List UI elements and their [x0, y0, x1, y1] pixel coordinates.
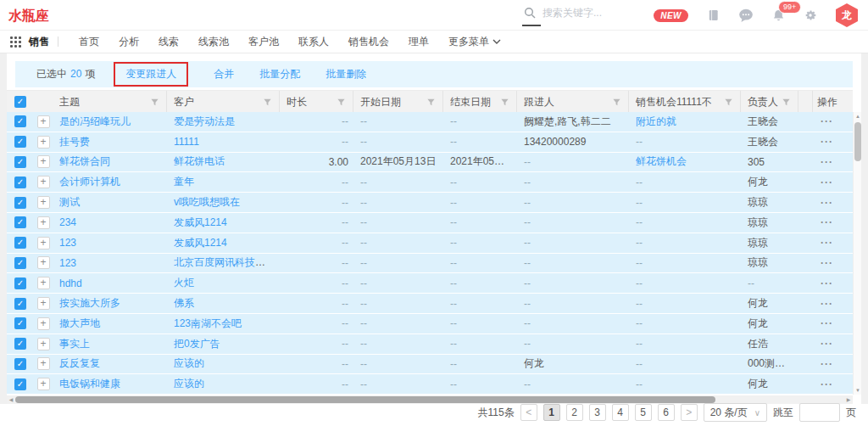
row-checkbox[interactable]: ✓: [14, 156, 26, 168]
subject-link[interactable]: 会计师计算机: [59, 176, 120, 188]
column-header[interactable]: 负责人: [741, 91, 798, 113]
filter-icon[interactable]: [150, 98, 159, 107]
page-button-4[interactable]: 4: [612, 404, 629, 421]
nav-menu-sales[interactable]: 销售: [29, 35, 49, 49]
row-actions-button[interactable]: ···: [817, 277, 833, 289]
row-actions-button[interactable]: ···: [817, 298, 833, 310]
row-checkbox[interactable]: ✓: [14, 136, 26, 148]
customer-link[interactable]: 发威风1214: [174, 216, 227, 228]
row-actions-button[interactable]: ···: [817, 317, 833, 329]
row-checkbox[interactable]: ✓: [14, 338, 26, 350]
expand-row-button[interactable]: +: [37, 338, 50, 350]
expand-row-button[interactable]: +: [37, 277, 50, 289]
message-icon[interactable]: [738, 8, 754, 23]
row-checkbox[interactable]: ✓: [14, 197, 26, 209]
row-actions-button[interactable]: ···: [817, 216, 833, 228]
row-actions-button[interactable]: ···: [817, 338, 833, 350]
page-size-select[interactable]: 20 条/页 ∨: [704, 403, 767, 422]
customer-link[interactable]: 鲜花饼电话: [174, 155, 225, 167]
filter-icon[interactable]: [263, 98, 272, 107]
nav-item[interactable]: 销售机会: [348, 35, 409, 49]
row-checkbox[interactable]: ✓: [14, 317, 26, 329]
customer-link[interactable]: 火炬: [174, 277, 194, 289]
column-header[interactable]: 时长: [280, 91, 353, 113]
row-checkbox[interactable]: ✓: [14, 216, 26, 228]
notifications-button[interactable]: 99+: [772, 8, 785, 22]
subject-link[interactable]: 鲜花饼合同: [59, 155, 110, 167]
page-button-5[interactable]: 5: [635, 404, 652, 421]
expand-row-button[interactable]: +: [37, 297, 50, 310]
expand-row-button[interactable]: +: [37, 317, 50, 330]
prev-page-button[interactable]: <: [520, 404, 537, 421]
vertical-scroll-thumb[interactable]: [854, 122, 861, 161]
search-input[interactable]: [542, 7, 661, 19]
expand-row-button[interactable]: +: [37, 256, 50, 269]
filter-icon[interactable]: [612, 98, 621, 107]
row-actions-button[interactable]: ···: [817, 237, 833, 249]
app-grid-icon[interactable]: [10, 36, 21, 48]
nav-more-menu[interactable]: 更多菜单: [448, 35, 501, 49]
row-actions-button[interactable]: ···: [817, 136, 833, 148]
column-header[interactable]: 开始日期: [353, 91, 443, 113]
jump-page-input[interactable]: [799, 403, 840, 422]
column-header[interactable]: 结束日期: [443, 91, 517, 113]
expand-row-button[interactable]: +: [37, 196, 50, 209]
user-avatar[interactable]: 龙: [836, 3, 858, 27]
subject-link[interactable]: 撒大声地: [59, 317, 100, 329]
expand-row-button[interactable]: +: [37, 155, 50, 168]
expand-row-button[interactable]: +: [37, 357, 50, 370]
bulk-action-button[interactable]: 批量分配: [259, 67, 300, 81]
select-all-checkbox[interactable]: ✓: [14, 96, 26, 108]
row-checkbox[interactable]: ✓: [14, 115, 26, 127]
expand-row-button[interactable]: +: [37, 216, 50, 229]
filter-icon[interactable]: [337, 98, 346, 107]
customer-link[interactable]: 应该的: [174, 357, 204, 369]
filter-icon[interactable]: [500, 98, 509, 107]
subject-link[interactable]: 电饭锅和健康: [59, 378, 120, 390]
customer-link[interactable]: 123南湖不会吧: [174, 317, 242, 329]
subject-link[interactable]: 234: [59, 216, 76, 228]
column-header[interactable]: 主题: [53, 91, 167, 113]
row-actions-button[interactable]: ···: [817, 378, 833, 390]
nav-item[interactable]: 分析: [119, 35, 159, 49]
customer-link[interactable]: 11111: [174, 136, 199, 148]
next-page-button[interactable]: >: [681, 404, 698, 421]
bulk-action-button[interactable]: 变更跟进人: [114, 62, 188, 87]
subject-link[interactable]: 按实施大所多: [59, 297, 120, 309]
expand-row-button[interactable]: +: [37, 115, 50, 128]
nav-item[interactable]: 联系人: [298, 35, 348, 49]
customer-link[interactable]: v哦吃哦想哦在: [174, 196, 240, 208]
filter-icon[interactable]: [426, 98, 436, 107]
nav-item[interactable]: 理单: [409, 35, 448, 49]
row-actions-button[interactable]: ···: [817, 115, 833, 127]
customer-link[interactable]: 佛系: [174, 297, 194, 309]
scroll-up-icon[interactable]: ▲: [854, 112, 862, 121]
customer-link[interactable]: 童年: [174, 176, 194, 188]
horizontal-scroll-thumb[interactable]: [15, 396, 715, 403]
subject-link[interactable]: hdhd: [59, 277, 82, 289]
row-actions-button[interactable]: ···: [817, 257, 833, 269]
vertical-scrollbar[interactable]: ▲ ▼: [853, 112, 861, 395]
expand-row-button[interactable]: +: [37, 378, 50, 390]
expand-row-button[interactable]: +: [37, 136, 50, 149]
page-button-6[interactable]: 6: [658, 404, 675, 421]
subject-link[interactable]: 测试: [59, 196, 80, 208]
subject-link[interactable]: 事实上: [59, 338, 90, 350]
page-button-1[interactable]: 1: [543, 404, 560, 421]
customer-link[interactable]: 北京百度网讯科技有限公司: [174, 256, 280, 268]
nav-item[interactable]: 客户池: [248, 35, 298, 49]
customer-link[interactable]: 把0发广告: [174, 338, 220, 350]
opportunity-cell[interactable]: 鲜花饼机会: [629, 154, 741, 169]
subject-link[interactable]: 123: [59, 237, 76, 249]
nav-item[interactable]: 首页: [79, 35, 119, 49]
subject-link[interactable]: 是的冯绍峰玩儿: [59, 115, 131, 127]
subject-link[interactable]: 反反复复: [59, 357, 100, 369]
expand-row-button[interactable]: +: [37, 237, 50, 249]
customer-link[interactable]: 发威风1214: [174, 237, 227, 249]
scroll-left-icon[interactable]: ◀: [7, 395, 15, 404]
global-search[interactable]: [524, 7, 661, 19]
bulk-action-button[interactable]: 批量删除: [326, 67, 366, 81]
row-actions-button[interactable]: ···: [817, 177, 833, 188]
customer-link[interactable]: 应该的: [174, 378, 204, 390]
row-checkbox[interactable]: ✓: [14, 177, 26, 188]
